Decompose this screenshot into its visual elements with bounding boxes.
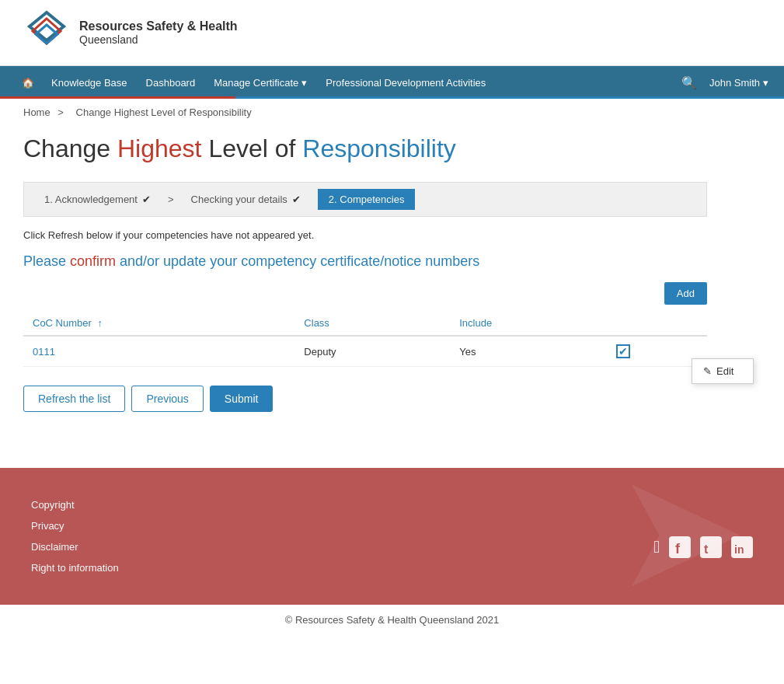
linkedin-icon-svg[interactable]: in (731, 536, 753, 558)
coc-number-link[interactable]: 0111 (33, 346, 55, 358)
chevron-down-icon: ▾ (763, 77, 768, 89)
coc-number-cell: 0111 (23, 336, 294, 367)
nav-home[interactable]: 🏠 (16, 66, 40, 99)
include-cell: Yes (450, 336, 607, 367)
org-name: Resources Safety & Health (79, 19, 238, 33)
svg-text:in: in (734, 543, 744, 556)
step-2-label: Checking your details (191, 194, 287, 205)
footer-link-copyright[interactable]: Copyright (31, 499, 753, 511)
nav-right: 🔍 John Smith ▾ (681, 75, 768, 90)
svg-text:f: f (675, 541, 681, 557)
sort-arrow-icon: ↑ (97, 317, 103, 329)
step-2-check: ✔ (292, 194, 301, 205)
add-button-row: Add (23, 282, 707, 305)
org-logo (23, 9, 70, 56)
main-content: Change Highest Level of Responsibility 1… (0, 126, 784, 468)
svg-text:t: t (704, 543, 709, 556)
col-header-coc-number[interactable]: CoC Number ↑ (23, 311, 294, 336)
refresh-button[interactable]: Refresh the list (23, 386, 125, 412)
footer-copyright: © Resources Safety & Health Queensland 2… (0, 605, 784, 635)
org-sub: Queensland (79, 33, 238, 46)
steps-container: 1. Acknowledgement ✔ > Checking your det… (23, 182, 707, 217)
footer: ➤ Copyright Privacy Disclaimer Right to … (0, 468, 784, 635)
competency-table: CoC Number ↑ Class Include 0111 Deputy Y… (23, 311, 707, 367)
chevron-down-icon: ▾ (301, 77, 307, 89)
step-acknowledgement: 1. Acknowledgement ✔ (33, 189, 162, 210)
footer-main: ➤ Copyright Privacy Disclaimer Right to … (0, 468, 784, 605)
sidebar-item-manage-certificate[interactable]: Manage Certificate ▾ (206, 66, 315, 99)
user-menu[interactable]: John Smith ▾ (709, 77, 768, 89)
include-checkbox[interactable]: ✔ (616, 344, 630, 358)
twitter-icon-svg[interactable]: t (700, 536, 722, 558)
col-header-class: Class (294, 311, 450, 336)
footer-link-privacy[interactable]: Privacy (31, 520, 753, 532)
top-header: Resources Safety & Health Queensland (0, 0, 784, 66)
step-3-label: 2. Competencies (329, 194, 405, 205)
sidebar-item-knowledge-base[interactable]: Knowledge Base (44, 66, 135, 99)
previous-button[interactable]: Previous (131, 386, 203, 412)
add-button[interactable]: Add (664, 282, 707, 305)
sidebar-item-professional-development[interactable]: Professional Development Activities (318, 66, 493, 99)
footer-links: Copyright Privacy Disclaimer Right to in… (31, 499, 753, 574)
step-1-label: 1. Acknowledgement (44, 194, 138, 205)
buttons-row: Refresh the list Previous Submit (23, 386, 761, 412)
edit-label: Edit (716, 365, 733, 377)
nav-bar: 🏠 Knowledge Base Dashboard Manage Certif… (0, 66, 784, 99)
instruction-text: Click Refresh below if your competencies… (23, 229, 761, 241)
svg-marker-0 (30, 12, 64, 40)
submit-button[interactable]: Submit (210, 386, 274, 412)
step-checking-details: Checking your details ✔ (180, 189, 312, 210)
sidebar-item-dashboard[interactable]: Dashboard (138, 66, 204, 99)
col-header-action (607, 311, 707, 336)
breadcrumb: Home > Change Highest Level of Responsib… (0, 99, 784, 126)
search-icon[interactable]: 🔍 (681, 75, 697, 90)
table-row: 0111 Deputy Yes ✔ ✎ Edit (23, 336, 707, 367)
page-title: Change Highest Level of Responsibility (23, 134, 761, 163)
logo-container: Resources Safety & Health Queensland (23, 9, 238, 56)
context-menu-edit[interactable]: ✎ Edit (692, 359, 753, 383)
user-name: John Smith (709, 77, 760, 89)
footer-link-right-to-information[interactable]: Right to information (31, 562, 753, 574)
footer-social:  f t in (653, 536, 753, 558)
step-1-check: ✔ (142, 194, 151, 205)
step-arrow-1: > (168, 194, 174, 205)
svg-rect-3 (669, 536, 691, 558)
logo-text: Resources Safety & Health Queensland (79, 19, 238, 46)
action-cell: ✔ ✎ Edit (607, 336, 707, 367)
facebook-icon[interactable]:  (653, 537, 660, 557)
footer-link-disclaimer[interactable]: Disclaimer (31, 541, 753, 553)
col-header-include: Include (450, 311, 607, 336)
class-cell: Deputy (294, 336, 450, 367)
facebook-icon-svg[interactable]: f (669, 536, 691, 558)
step-competencies: 2. Competencies (318, 189, 416, 210)
confirm-text: Please confirm and/or update your compet… (23, 253, 761, 270)
nav-items: 🏠 Knowledge Base Dashboard Manage Certif… (16, 66, 681, 99)
breadcrumb-home[interactable]: Home (23, 106, 51, 118)
breadcrumb-separator: > (57, 106, 64, 118)
edit-icon: ✎ (703, 365, 712, 377)
context-menu: ✎ Edit (692, 358, 754, 384)
breadcrumb-current: Change Highest Level of Responsibility (76, 106, 252, 118)
